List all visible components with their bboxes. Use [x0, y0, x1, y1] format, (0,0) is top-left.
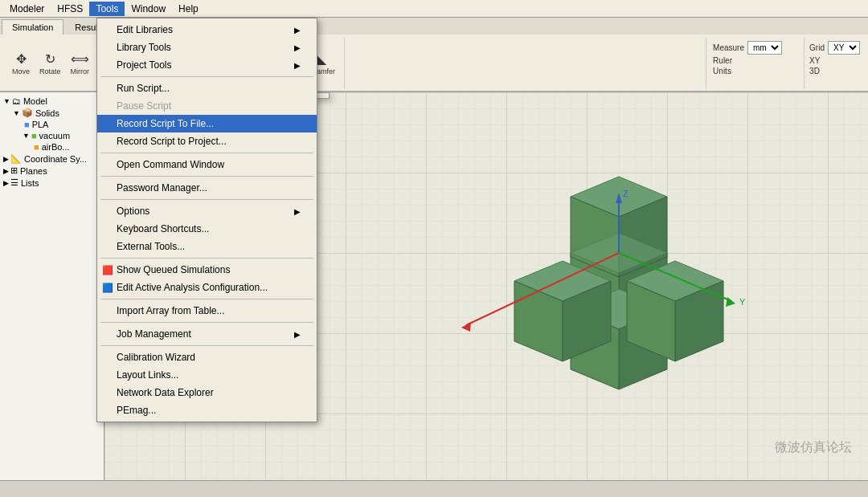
menu-keyboard-shortcuts[interactable]: Keyboard Shortcuts... — [97, 220, 317, 238]
xy-label: XY — [809, 56, 820, 65]
solids-arrow: ▼ — [13, 109, 20, 117]
menu-layout-links[interactable]: Layout Links... — [97, 366, 317, 384]
menu-external-tools[interactable]: External Tools... — [97, 238, 317, 255]
menu-edit-active[interactable]: 🟦 Edit Active Analysis Configuration... — [97, 279, 317, 296]
planes-label: Planes — [20, 166, 47, 176]
svg-text:Z: Z — [623, 189, 628, 198]
project-tools-arrow: ▶ — [294, 61, 301, 70]
menu-edit-libraries[interactable]: Edit Libraries ▶ — [97, 21, 317, 39]
menu-tools[interactable]: Tools — [89, 2, 125, 16]
coord-arrow: ▶ — [3, 155, 9, 163]
menu-window[interactable]: Window — [125, 2, 172, 16]
threed-row: 3D — [809, 67, 860, 75]
sep-3 — [100, 176, 313, 177]
menu-library-tools[interactable]: Library Tools ▶ — [97, 39, 317, 56]
pla-label: PLA — [32, 120, 49, 129]
sep-2 — [100, 153, 313, 153]
tree-lists[interactable]: ▶ ☰ Lists — [3, 177, 100, 189]
sep-4 — [100, 199, 313, 200]
grid-row: Grid XY 3D — [809, 41, 860, 55]
coord-icon: 📐 — [10, 153, 22, 164]
coordinate-label: Coordinate Sy... — [24, 154, 87, 164]
lists-label: Lists — [21, 178, 39, 188]
planes-icon: ⊞ — [10, 165, 18, 176]
library-tools-arrow: ▶ — [294, 43, 301, 52]
tree-model[interactable]: ▼ 🗂 Model — [3, 96, 100, 107]
menu-run-script[interactable]: Run Script... — [97, 79, 317, 97]
xy-row: XY — [809, 56, 860, 65]
statusbar — [0, 480, 868, 497]
tree-solids[interactable]: ▼ 📦 Solids — [3, 107, 100, 119]
vacuum-icon: ■ — [31, 131, 37, 141]
tree-planes[interactable]: ▶ ⊞ Planes — [3, 165, 100, 177]
menu-import-array[interactable]: Import Array from Table... — [97, 302, 317, 320]
ruler-row: Ruler — [713, 56, 796, 65]
sep-7 — [100, 322, 313, 323]
measure-row: Measure mm — [713, 41, 796, 55]
measure-units-panel: Measure mm Ruler Units — [706, 38, 802, 89]
mirror-button[interactable]: ⟺ Mirror — [67, 49, 94, 77]
sep-6 — [100, 299, 313, 299]
vacuum-arrow: ▼ — [23, 132, 30, 140]
grid-section: Grid XY 3D XY 3D — [804, 38, 865, 89]
units-label: Units — [713, 67, 731, 75]
tree-airbo[interactable]: ■ airBo... — [3, 141, 100, 153]
menu-record-script-file[interactable]: Record Script To File... — [97, 115, 317, 132]
rotate-button[interactable]: ↻ Rotate — [35, 49, 65, 77]
tools-menu-container: Edit Libraries ▶ Library Tools ▶ Project… — [96, 18, 317, 422]
menu-hfss[interactable]: HFSS — [51, 2, 89, 16]
airbo-label: airBo... — [42, 142, 70, 152]
job-management-arrow: ▶ — [294, 330, 301, 339]
tree-area: ▼ 🗂 Model ▼ 📦 Solids ■ PLA ▼ ■ vacuum — [0, 92, 104, 192]
menu-show-queued[interactable]: 🟥 Show Queued Simulations — [97, 261, 317, 279]
solids-icon: 📦 — [22, 108, 33, 118]
planes-arrow: ▶ — [3, 167, 9, 175]
model-label: Model — [23, 96, 47, 106]
measure-label: Measure — [713, 43, 744, 52]
move-button[interactable]: ✥ Move — [8, 49, 34, 77]
options-arrow: ▶ — [294, 207, 301, 216]
menu-open-command-window[interactable]: Open Command Window — [97, 156, 317, 173]
menu-project-tools[interactable]: Project Tools ▶ — [97, 56, 317, 74]
edit-libraries-arrow: ▶ — [294, 26, 301, 35]
pla-icon: ■ — [24, 120, 30, 129]
ribbon-group-transform: ✥ Move ↻ Rotate ⟺ Mirror — [3, 38, 99, 89]
tools-dropdown: Edit Libraries ▶ Library Tools ▶ Project… — [96, 18, 317, 422]
model-icon: 🗂 — [12, 96, 21, 106]
menu-network-data-explorer[interactable]: Network Data Explorer — [97, 384, 317, 401]
transform-buttons: ✥ Move ↻ Rotate ⟺ Mirror — [8, 38, 93, 89]
menu-modeler[interactable]: Modeler — [3, 2, 51, 16]
menu-record-script-project[interactable]: Record Script to Project... — [97, 132, 317, 150]
lists-arrow: ▶ — [3, 179, 9, 187]
menu-pemag[interactable]: PEmag... — [97, 401, 317, 419]
measure-combo[interactable]: mm — [747, 41, 782, 55]
tree-coordinate[interactable]: ▶ 📐 Coordinate Sy... — [3, 153, 100, 165]
solids-label: Solids — [35, 108, 59, 118]
airbo-icon: ■ — [34, 142, 39, 152]
menu-help[interactable]: Help — [172, 2, 205, 16]
units-row: Units — [713, 67, 796, 75]
ribbon-spacer — [346, 38, 704, 89]
watermark: 微波仿真论坛 — [775, 439, 852, 456]
tree-vacuum[interactable]: ▼ ■ vacuum — [3, 130, 100, 141]
sep-5 — [100, 258, 313, 259]
tab-simulation[interactable]: Simulation — [2, 19, 63, 35]
menu-password-manager[interactable]: Password Manager... — [97, 179, 317, 197]
tree-pla[interactable]: ■ PLA — [3, 119, 100, 130]
menu-options[interactable]: Options ▶ — [97, 202, 317, 220]
menu-calibration-wizard[interactable]: Calibration Wizard — [97, 348, 317, 366]
grid-combo[interactable]: XY 3D — [828, 41, 860, 55]
sep-1 — [100, 76, 313, 77]
svg-text:Y: Y — [739, 297, 746, 307]
active-icon: 🟦 — [102, 283, 113, 293]
sep-8 — [100, 345, 313, 346]
model-arrow: ▼ — [3, 97, 10, 105]
lists-icon: ☰ — [10, 177, 18, 188]
grid-label: Grid — [809, 43, 825, 52]
menu-job-management[interactable]: Job Management ▶ — [97, 325, 317, 343]
queued-icon: 🟥 — [102, 265, 113, 275]
menubar: Modeler HFSS Tools Window Help — [0, 0, 868, 18]
ruler-label: Ruler — [713, 56, 732, 65]
left-panel: ▼ 🗂 Model ▼ 📦 Solids ■ PLA ▼ ■ vacuum — [0, 92, 104, 480]
threed-label: 3D — [809, 67, 820, 75]
